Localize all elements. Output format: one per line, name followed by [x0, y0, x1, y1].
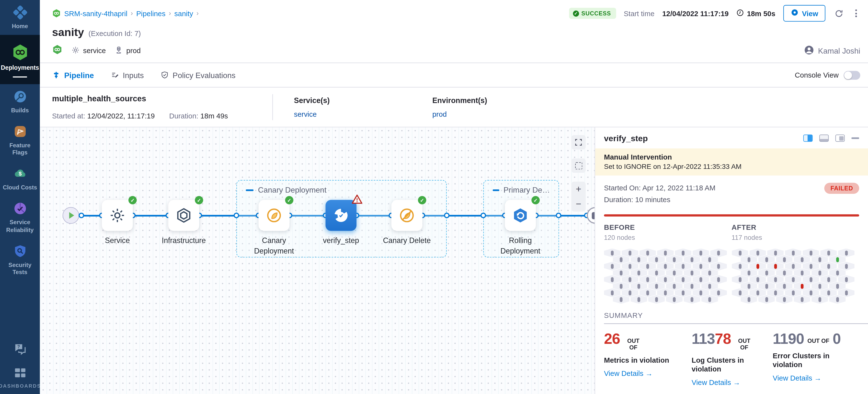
- step-title: verify_step: [604, 133, 648, 143]
- refresh-button[interactable]: [833, 8, 844, 19]
- tab-bar: PipelineInputsPolicy Evaluations Console…: [40, 63, 868, 88]
- pipeline-canvas[interactable]: Canary DeploymentPrimary Deploy...✓Servi…: [40, 127, 594, 394]
- zoom-in-button[interactable]: +: [571, 182, 586, 196]
- stat-label: Metrics in violation: [604, 356, 686, 365]
- node-label-infrastructure: Infrastructure: [153, 236, 214, 246]
- clock-icon: [736, 8, 744, 18]
- manual-intervention-banner: Manual Intervention Set to IGNORE on 12-…: [595, 148, 868, 176]
- harness-icon: [11, 44, 28, 61]
- summary-divider: [604, 323, 868, 324]
- console-view-control: Console View: [795, 71, 860, 80]
- marquee-select-icon: [575, 162, 582, 169]
- sidebar-item-dashboards[interactable]: DASHBOARDS: [0, 361, 40, 394]
- stage-group-label-primary[interactable]: Primary Deploy...: [493, 185, 552, 194]
- sidebar-item-cloud-costs[interactable]: $Cloud Costs: [0, 161, 40, 196]
- execution-id: (Execution Id: 7): [89, 29, 141, 38]
- triggered-by: Kamal Joshi: [804, 44, 860, 57]
- page-title: sanity: [52, 26, 84, 39]
- sidebar-item-home[interactable]: Home: [0, 0, 40, 35]
- split-view-icon[interactable]: [803, 134, 812, 142]
- marquee-select-button[interactable]: [571, 158, 586, 173]
- canary-icon: [266, 207, 282, 224]
- pipeline-node-canary-delete[interactable]: ✓: [392, 200, 423, 231]
- environment-tag[interactable]: prod: [115, 46, 141, 56]
- status-badge: ✓ SUCCESS: [569, 8, 616, 19]
- elapsed-time: 18m 50s: [736, 8, 775, 18]
- start-time-value: 12/04/2022 11:17:19: [662, 9, 729, 18]
- tab-inputs[interactable]: Inputs: [111, 71, 144, 80]
- view-details-link[interactable]: View Details →: [692, 378, 767, 387]
- breadcrumb-link-2[interactable]: sanity: [175, 9, 193, 18]
- pipeline-node-rolling-deployment[interactable]: ✓: [505, 200, 536, 231]
- sidebar-item-deployments[interactable]: Deployments: [0, 35, 40, 84]
- pipeline-node-canary-deployment[interactable]: ✓: [258, 200, 290, 231]
- check-circle-icon: ✓: [573, 10, 579, 17]
- zoom-out-button[interactable]: −: [571, 196, 586, 211]
- view-button[interactable]: View: [783, 5, 826, 22]
- sidebar-item-label: DASHBOARDS: [0, 383, 41, 389]
- sidebar-item-label: Home: [12, 23, 28, 30]
- environments-column: Environment(s) prod: [411, 94, 550, 120]
- success-check-icon: ✓: [531, 196, 540, 204]
- view-details-link[interactable]: View Details →: [773, 374, 859, 382]
- services-label: Service(s): [294, 96, 411, 105]
- stage-group-label-canary[interactable]: Canary Deployment: [246, 185, 327, 194]
- stat-out-of-label: OUT OF: [807, 337, 829, 344]
- bottom-view-icon[interactable]: [819, 134, 829, 142]
- minimize-icon[interactable]: [851, 137, 859, 139]
- services-value[interactable]: service: [294, 110, 411, 118]
- success-check-icon: ✓: [285, 196, 293, 204]
- sidebar-item-label: Service Reliability: [1, 219, 39, 234]
- stat-label: Log Clusters in violation: [692, 356, 767, 374]
- after-count: 117 nodes: [732, 234, 859, 241]
- arrow-right-icon: →: [733, 378, 740, 387]
- pipeline-node-service[interactable]: ✓: [102, 200, 133, 231]
- pipeline-node-infrastructure[interactable]: ✓: [168, 200, 199, 231]
- start-time-label: Start time: [624, 9, 654, 18]
- content-row: Canary DeploymentPrimary Deploy...✓Servi…: [40, 127, 868, 394]
- tab-pipeline[interactable]: Pipeline: [52, 71, 94, 80]
- sidebar-item-help[interactable]: ?: [0, 336, 40, 361]
- breadcrumb-link-1[interactable]: Pipelines: [136, 9, 165, 18]
- pipeline-run-name: multiple_health_sources: [52, 94, 273, 103]
- environments-value[interactable]: prod: [432, 110, 550, 118]
- sidebar-item-feature-flags[interactable]: Feature Flags: [0, 119, 40, 161]
- tab-pipeline-icon: [52, 71, 60, 79]
- zoom-controls: +−: [571, 182, 586, 211]
- breadcrumb-link-0[interactable]: SRM-sanity-4thapril: [64, 9, 127, 18]
- more-options-button[interactable]: [852, 8, 860, 18]
- console-view-toggle[interactable]: [844, 71, 860, 80]
- sidebar-item-label: Cloud Costs: [3, 184, 37, 191]
- success-check-icon: ✓: [418, 196, 426, 204]
- arrow-right-icon: →: [814, 374, 821, 382]
- floating-view-icon[interactable]: [835, 134, 845, 142]
- tab-label: Pipeline: [64, 71, 94, 80]
- sidebar-item-builds[interactable]: Builds: [0, 84, 40, 119]
- breadcrumb-separator: ›: [131, 9, 133, 17]
- stat-out-of-label: OUT OF: [623, 337, 643, 351]
- stage-collapse-icon[interactable]: [493, 189, 499, 191]
- stage-collapse-icon[interactable]: [246, 189, 254, 191]
- failed-badge: FAILED: [824, 183, 859, 194]
- execution-info-left: multiple_health_sources Started at: 12/0…: [52, 94, 273, 120]
- fullscreen-button[interactable]: [571, 135, 586, 150]
- before-node-grid: [604, 248, 729, 304]
- stat-value-row: 11378OUT OF: [692, 331, 767, 351]
- verify-icon: [333, 207, 349, 224]
- services-column: Service(s) service: [273, 94, 411, 120]
- stat-out-of-label: OUT OF: [734, 337, 754, 351]
- flags-icon: [13, 125, 27, 139]
- success-check-icon: ✓: [128, 196, 137, 204]
- tab-policy-evaluations[interactable]: Policy Evaluations: [160, 71, 236, 80]
- pipeline-node-verify_step[interactable]: [326, 200, 357, 231]
- view-details-link[interactable]: View Details →: [604, 369, 686, 377]
- sidebar-item-security-tests[interactable]: Security Tests: [0, 238, 40, 281]
- user-name: Kamal Joshi: [818, 46, 860, 55]
- top-bar-right: ✓ SUCCESS Start time 12/04/2022 11:17:19…: [569, 5, 860, 22]
- home-icon: [13, 6, 27, 20]
- sidebar-item-label: Security Tests: [1, 261, 39, 276]
- service-tag[interactable]: service: [71, 46, 106, 56]
- stat-number: 26: [604, 331, 620, 346]
- pipeline-start-node[interactable]: [63, 207, 79, 224]
- sidebar-item-service-reliability[interactable]: Service Reliability: [0, 196, 40, 239]
